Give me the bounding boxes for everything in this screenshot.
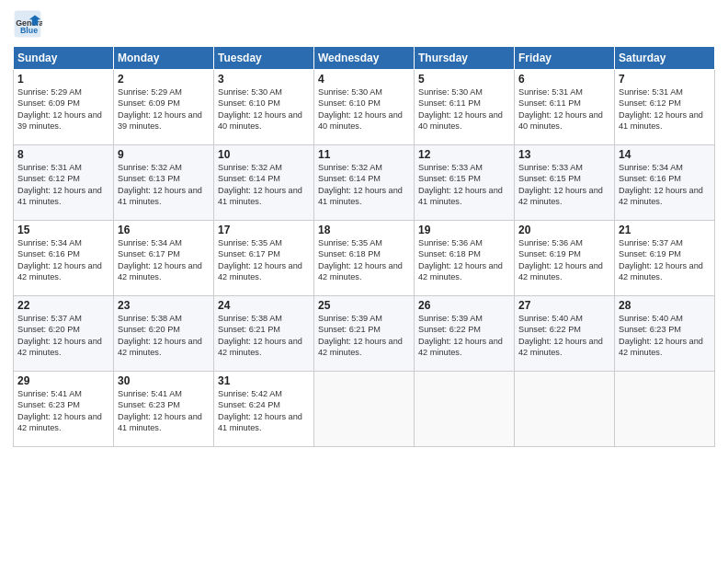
cell-text: Sunrise: 5:40 AMSunset: 6:22 PMDaylight:…	[518, 313, 610, 359]
cell-text: Sunrise: 5:38 AMSunset: 6:21 PMDaylight:…	[218, 313, 310, 359]
table-row: 24 Sunrise: 5:38 AMSunset: 6:21 PMDaylig…	[214, 296, 314, 372]
cell-text: Sunrise: 5:31 AMSunset: 6:12 PMDaylight:…	[17, 162, 109, 208]
table-row: 21 Sunrise: 5:37 AMSunset: 6:19 PMDaylig…	[615, 221, 715, 296]
table-row: 29 Sunrise: 5:41 AMSunset: 6:23 PMDaylig…	[14, 372, 114, 447]
cell-text: Sunrise: 5:30 AMSunset: 6:11 PMDaylight:…	[418, 86, 510, 132]
table-row: 1 Sunrise: 5:29 AMSunset: 6:09 PMDayligh…	[14, 70, 114, 145]
cell-text: Sunrise: 5:39 AMSunset: 6:22 PMDaylight:…	[418, 313, 510, 359]
cell-text: Sunrise: 5:32 AMSunset: 6:14 PMDaylight:…	[318, 162, 410, 208]
logo-icon: General Blue	[13, 9, 42, 39]
page: General Blue Sunday Monday Tuesday Wedne…	[0, 0, 728, 563]
day-number: 31	[218, 374, 310, 387]
day-number: 22	[17, 299, 109, 312]
table-row: 5 Sunrise: 5:30 AMSunset: 6:11 PMDayligh…	[415, 70, 515, 145]
header: General Blue	[13, 9, 715, 39]
day-number: 2	[118, 73, 210, 86]
cell-text: Sunrise: 5:34 AMSunset: 6:16 PMDaylight:…	[17, 237, 109, 283]
table-row: 13 Sunrise: 5:33 AMSunset: 6:15 PMDaylig…	[515, 145, 615, 221]
day-number: 4	[318, 73, 410, 86]
table-row: 26 Sunrise: 5:39 AMSunset: 6:22 PMDaylig…	[415, 296, 515, 372]
col-tuesday: Tuesday	[214, 47, 314, 70]
day-number: 23	[118, 299, 210, 312]
svg-text:Blue: Blue	[20, 26, 38, 35]
table-row: 15 Sunrise: 5:34 AMSunset: 6:16 PMDaylig…	[14, 221, 114, 296]
col-wednesday: Wednesday	[314, 47, 415, 70]
day-number: 1	[17, 73, 109, 86]
day-number: 24	[218, 299, 310, 312]
cell-text: Sunrise: 5:37 AMSunset: 6:19 PMDaylight:…	[619, 237, 711, 283]
cell-text: Sunrise: 5:38 AMSunset: 6:20 PMDaylight:…	[118, 313, 210, 359]
cell-text: Sunrise: 5:30 AMSunset: 6:10 PMDaylight:…	[318, 86, 410, 132]
cell-text: Sunrise: 5:34 AMSunset: 6:17 PMDaylight:…	[118, 237, 210, 283]
table-row: 11 Sunrise: 5:32 AMSunset: 6:14 PMDaylig…	[314, 145, 415, 221]
day-number: 11	[318, 148, 410, 161]
table-row: 22 Sunrise: 5:37 AMSunset: 6:20 PMDaylig…	[14, 296, 114, 372]
day-number: 16	[118, 224, 210, 236]
table-row: 10 Sunrise: 5:32 AMSunset: 6:14 PMDaylig…	[214, 145, 314, 221]
table-row: 9 Sunrise: 5:32 AMSunset: 6:13 PMDayligh…	[114, 145, 214, 221]
table-row: 16 Sunrise: 5:34 AMSunset: 6:17 PMDaylig…	[114, 221, 214, 296]
table-row: 31 Sunrise: 5:42 AMSunset: 6:24 PMDaylig…	[214, 372, 314, 447]
cell-text: Sunrise: 5:40 AMSunset: 6:23 PMDaylight:…	[619, 313, 711, 359]
cell-text: Sunrise: 5:41 AMSunset: 6:23 PMDaylight:…	[118, 388, 210, 434]
logo: General Blue	[13, 9, 46, 39]
day-number: 15	[17, 224, 109, 236]
cell-text: Sunrise: 5:37 AMSunset: 6:20 PMDaylight:…	[17, 313, 109, 359]
cell-text: Sunrise: 5:35 AMSunset: 6:17 PMDaylight:…	[218, 237, 310, 283]
table-row	[415, 372, 515, 447]
day-number: 29	[17, 374, 109, 387]
day-number: 5	[418, 73, 510, 86]
cell-text: Sunrise: 5:41 AMSunset: 6:23 PMDaylight:…	[17, 388, 109, 434]
calendar-header-row: Sunday Monday Tuesday Wednesday Thursday…	[14, 47, 715, 70]
day-number: 7	[619, 73, 711, 86]
table-row: 3 Sunrise: 5:30 AMSunset: 6:10 PMDayligh…	[214, 70, 314, 145]
day-number: 30	[118, 374, 210, 387]
calendar-week-row: 29 Sunrise: 5:41 AMSunset: 6:23 PMDaylig…	[14, 372, 715, 447]
cell-text: Sunrise: 5:39 AMSunset: 6:21 PMDaylight:…	[318, 313, 410, 359]
table-row: 4 Sunrise: 5:30 AMSunset: 6:10 PMDayligh…	[314, 70, 415, 145]
day-number: 18	[318, 224, 410, 236]
calendar-week-row: 8 Sunrise: 5:31 AMSunset: 6:12 PMDayligh…	[14, 145, 715, 221]
day-number: 10	[218, 148, 310, 161]
table-row: 7 Sunrise: 5:31 AMSunset: 6:12 PMDayligh…	[615, 70, 715, 145]
table-row: 23 Sunrise: 5:38 AMSunset: 6:20 PMDaylig…	[114, 296, 214, 372]
table-row: 18 Sunrise: 5:35 AMSunset: 6:18 PMDaylig…	[314, 221, 415, 296]
cell-text: Sunrise: 5:33 AMSunset: 6:15 PMDaylight:…	[518, 162, 610, 208]
table-row: 28 Sunrise: 5:40 AMSunset: 6:23 PMDaylig…	[615, 296, 715, 372]
table-row: 2 Sunrise: 5:29 AMSunset: 6:09 PMDayligh…	[114, 70, 214, 145]
cell-text: Sunrise: 5:33 AMSunset: 6:15 PMDaylight:…	[418, 162, 510, 208]
table-row: 20 Sunrise: 5:36 AMSunset: 6:19 PMDaylig…	[515, 221, 615, 296]
calendar-table: Sunday Monday Tuesday Wednesday Thursday…	[13, 46, 715, 447]
cell-text: Sunrise: 5:35 AMSunset: 6:18 PMDaylight:…	[318, 237, 410, 283]
table-row: 12 Sunrise: 5:33 AMSunset: 6:15 PMDaylig…	[415, 145, 515, 221]
cell-text: Sunrise: 5:31 AMSunset: 6:11 PMDaylight:…	[518, 86, 610, 132]
table-row: 8 Sunrise: 5:31 AMSunset: 6:12 PMDayligh…	[14, 145, 114, 221]
day-number: 25	[318, 299, 410, 312]
col-monday: Monday	[114, 47, 214, 70]
table-row	[515, 372, 615, 447]
table-row	[314, 372, 415, 447]
table-row: 25 Sunrise: 5:39 AMSunset: 6:21 PMDaylig…	[314, 296, 415, 372]
cell-text: Sunrise: 5:29 AMSunset: 6:09 PMDaylight:…	[118, 86, 210, 132]
day-number: 21	[619, 224, 711, 236]
table-row: 30 Sunrise: 5:41 AMSunset: 6:23 PMDaylig…	[114, 372, 214, 447]
col-thursday: Thursday	[415, 47, 515, 70]
cell-text: Sunrise: 5:29 AMSunset: 6:09 PMDaylight:…	[17, 86, 109, 132]
table-row: 19 Sunrise: 5:36 AMSunset: 6:18 PMDaylig…	[415, 221, 515, 296]
cell-text: Sunrise: 5:31 AMSunset: 6:12 PMDaylight:…	[619, 86, 711, 132]
cell-text: Sunrise: 5:32 AMSunset: 6:13 PMDaylight:…	[118, 162, 210, 208]
table-row: 6 Sunrise: 5:31 AMSunset: 6:11 PMDayligh…	[515, 70, 615, 145]
day-number: 12	[418, 148, 510, 161]
day-number: 6	[518, 73, 610, 86]
calendar-week-row: 1 Sunrise: 5:29 AMSunset: 6:09 PMDayligh…	[14, 70, 715, 145]
cell-text: Sunrise: 5:34 AMSunset: 6:16 PMDaylight:…	[619, 162, 711, 208]
col-saturday: Saturday	[615, 47, 715, 70]
day-number: 9	[118, 148, 210, 161]
cell-text: Sunrise: 5:30 AMSunset: 6:10 PMDaylight:…	[218, 86, 310, 132]
table-row: 27 Sunrise: 5:40 AMSunset: 6:22 PMDaylig…	[515, 296, 615, 372]
calendar-week-row: 22 Sunrise: 5:37 AMSunset: 6:20 PMDaylig…	[14, 296, 715, 372]
cell-text: Sunrise: 5:36 AMSunset: 6:19 PMDaylight:…	[518, 237, 610, 283]
col-friday: Friday	[515, 47, 615, 70]
day-number: 20	[518, 224, 610, 236]
day-number: 28	[619, 299, 711, 312]
